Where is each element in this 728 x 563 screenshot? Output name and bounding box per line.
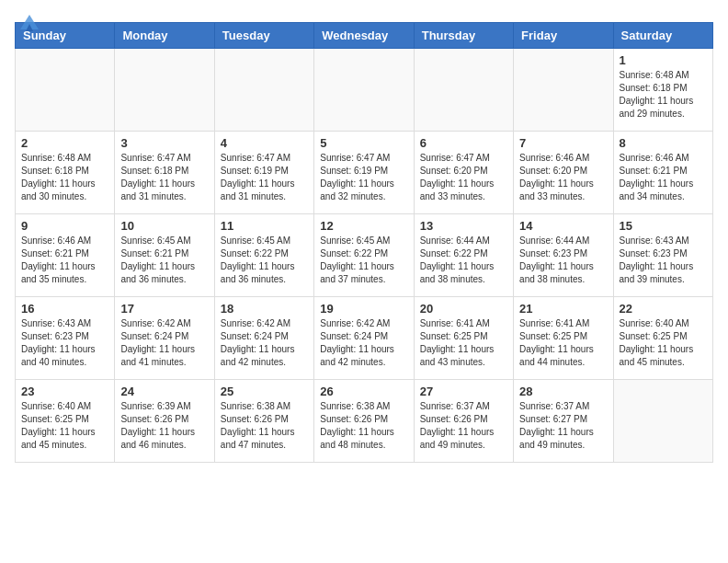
calendar-day-cell: 10Sunrise: 6:45 AM Sunset: 6:21 PM Dayli…: [115, 214, 214, 297]
calendar-week-row: 9Sunrise: 6:46 AM Sunset: 6:21 PM Daylig…: [16, 214, 713, 297]
day-info: Sunrise: 6:44 AM Sunset: 6:22 PM Dayligh…: [420, 235, 507, 286]
calendar-day-cell: 13Sunrise: 6:44 AM Sunset: 6:22 PM Dayli…: [414, 214, 513, 297]
calendar-table: SundayMondayTuesdayWednesdayThursdayFrid…: [15, 22, 713, 463]
calendar-day-cell: 2Sunrise: 6:48 AM Sunset: 6:18 PM Daylig…: [16, 132, 115, 214]
day-number: 19: [320, 302, 407, 316]
day-info: Sunrise: 6:48 AM Sunset: 6:18 PM Dayligh…: [620, 69, 707, 121]
calendar-day-cell: 5Sunrise: 6:47 AM Sunset: 6:19 PM Daylig…: [314, 132, 414, 214]
calendar-day-cell: 24Sunrise: 6:39 AM Sunset: 6:26 PM Dayli…: [115, 380, 214, 463]
day-number: 26: [320, 385, 407, 398]
calendar-week-row: 23Sunrise: 6:40 AM Sunset: 6:25 PM Dayli…: [16, 380, 713, 463]
calendar-day-cell: 18Sunrise: 6:42 AM Sunset: 6:24 PM Dayli…: [214, 297, 313, 380]
calendar-day-cell: 15Sunrise: 6:43 AM Sunset: 6:23 PM Dayli…: [613, 214, 712, 297]
day-number: 17: [120, 302, 208, 316]
day-number: 16: [21, 302, 108, 316]
calendar-day-cell: 4Sunrise: 6:47 AM Sunset: 6:19 PM Daylig…: [214, 132, 313, 214]
day-number: 13: [420, 219, 507, 233]
calendar-header-row: SundayMondayTuesdayWednesdayThursdayFrid…: [16, 23, 713, 49]
calendar-week-row: 16Sunrise: 6:43 AM Sunset: 6:23 PM Dayli…: [16, 297, 713, 380]
day-info: Sunrise: 6:47 AM Sunset: 6:19 PM Dayligh…: [320, 152, 407, 203]
day-number: 10: [120, 219, 208, 233]
day-info: Sunrise: 6:38 AM Sunset: 6:26 PM Dayligh…: [320, 400, 407, 452]
calendar-day-cell: 19Sunrise: 6:42 AM Sunset: 6:24 PM Dayli…: [314, 297, 414, 380]
day-info: Sunrise: 6:48 AM Sunset: 6:18 PM Dayligh…: [21, 152, 108, 203]
calendar-week-row: 2Sunrise: 6:48 AM Sunset: 6:18 PM Daylig…: [16, 132, 713, 214]
calendar-day-cell: 21Sunrise: 6:41 AM Sunset: 6:25 PM Dayli…: [514, 297, 613, 380]
weekday-header: Thursday: [414, 23, 513, 49]
day-number: 20: [420, 302, 507, 316]
day-info: Sunrise: 6:38 AM Sunset: 6:26 PM Dayligh…: [221, 400, 308, 452]
calendar-day-cell: [115, 49, 214, 132]
day-number: 18: [221, 302, 308, 316]
day-info: Sunrise: 6:40 AM Sunset: 6:25 PM Dayligh…: [21, 400, 108, 452]
day-number: 21: [519, 302, 607, 316]
day-number: 27: [420, 385, 507, 398]
day-info: Sunrise: 6:37 AM Sunset: 6:26 PM Dayligh…: [420, 400, 507, 452]
day-number: 4: [221, 136, 308, 150]
day-number: 7: [519, 136, 607, 150]
weekday-header: Wednesday: [314, 23, 414, 49]
weekday-header: Friday: [514, 23, 613, 49]
day-number: 5: [320, 136, 407, 150]
calendar-day-cell: 16Sunrise: 6:43 AM Sunset: 6:23 PM Dayli…: [16, 297, 115, 380]
day-number: 25: [221, 385, 308, 398]
day-info: Sunrise: 6:43 AM Sunset: 6:23 PM Dayligh…: [620, 235, 707, 286]
day-number: 12: [320, 219, 407, 233]
calendar-day-cell: 27Sunrise: 6:37 AM Sunset: 6:26 PM Dayli…: [414, 380, 513, 463]
day-info: Sunrise: 6:47 AM Sunset: 6:19 PM Dayligh…: [221, 152, 308, 203]
calendar-day-cell: 17Sunrise: 6:42 AM Sunset: 6:24 PM Dayli…: [115, 297, 214, 380]
weekday-header: Saturday: [613, 23, 712, 49]
day-info: Sunrise: 6:41 AM Sunset: 6:25 PM Dayligh…: [420, 317, 507, 369]
day-number: 28: [519, 385, 607, 398]
day-number: 2: [21, 136, 108, 150]
calendar-day-cell: 14Sunrise: 6:44 AM Sunset: 6:23 PM Dayli…: [514, 214, 613, 297]
calendar-day-cell: 22Sunrise: 6:40 AM Sunset: 6:25 PM Dayli…: [613, 297, 712, 380]
weekday-header: Tuesday: [214, 23, 313, 49]
calendar-day-cell: 12Sunrise: 6:45 AM Sunset: 6:22 PM Dayli…: [314, 214, 414, 297]
day-number: 3: [120, 136, 208, 150]
day-info: Sunrise: 6:45 AM Sunset: 6:22 PM Dayligh…: [320, 235, 407, 286]
day-info: Sunrise: 6:45 AM Sunset: 6:22 PM Dayligh…: [221, 235, 308, 286]
calendar-day-cell: 6Sunrise: 6:47 AM Sunset: 6:20 PM Daylig…: [414, 132, 513, 214]
calendar-day-cell: 23Sunrise: 6:40 AM Sunset: 6:25 PM Dayli…: [16, 380, 115, 463]
logo-icon: [17, 11, 42, 37]
day-info: Sunrise: 6:39 AM Sunset: 6:26 PM Dayligh…: [120, 400, 208, 452]
day-info: Sunrise: 6:45 AM Sunset: 6:21 PM Dayligh…: [120, 235, 208, 286]
day-number: 6: [420, 136, 507, 150]
calendar-day-cell: 25Sunrise: 6:38 AM Sunset: 6:26 PM Dayli…: [214, 380, 313, 463]
day-info: Sunrise: 6:42 AM Sunset: 6:24 PM Dayligh…: [221, 317, 308, 369]
day-number: 24: [120, 385, 208, 398]
calendar-day-cell: 3Sunrise: 6:47 AM Sunset: 6:18 PM Daylig…: [115, 132, 214, 214]
calendar-day-cell: [613, 380, 712, 463]
calendar-day-cell: [514, 49, 613, 132]
calendar-day-cell: 7Sunrise: 6:46 AM Sunset: 6:20 PM Daylig…: [514, 132, 613, 214]
day-number: 8: [620, 136, 707, 150]
calendar-day-cell: [414, 49, 513, 132]
calendar-day-cell: 9Sunrise: 6:46 AM Sunset: 6:21 PM Daylig…: [16, 214, 115, 297]
day-number: 9: [21, 219, 108, 233]
day-info: Sunrise: 6:47 AM Sunset: 6:18 PM Dayligh…: [120, 152, 208, 203]
day-number: 23: [21, 385, 108, 398]
calendar-day-cell: 1Sunrise: 6:48 AM Sunset: 6:18 PM Daylig…: [613, 49, 712, 132]
day-info: Sunrise: 6:42 AM Sunset: 6:24 PM Dayligh…: [320, 317, 407, 369]
calendar-week-row: 1Sunrise: 6:48 AM Sunset: 6:18 PM Daylig…: [16, 49, 713, 132]
calendar-day-cell: [314, 49, 414, 132]
day-info: Sunrise: 6:47 AM Sunset: 6:20 PM Dayligh…: [420, 152, 507, 203]
day-number: 15: [620, 219, 707, 233]
day-info: Sunrise: 6:40 AM Sunset: 6:25 PM Dayligh…: [620, 317, 707, 369]
calendar-day-cell: 8Sunrise: 6:46 AM Sunset: 6:21 PM Daylig…: [613, 132, 712, 214]
calendar-day-cell: 26Sunrise: 6:38 AM Sunset: 6:26 PM Dayli…: [314, 380, 414, 463]
calendar-day-cell: 11Sunrise: 6:45 AM Sunset: 6:22 PM Dayli…: [214, 214, 313, 297]
day-info: Sunrise: 6:46 AM Sunset: 6:21 PM Dayligh…: [620, 152, 707, 203]
day-info: Sunrise: 6:43 AM Sunset: 6:23 PM Dayligh…: [21, 317, 108, 369]
calendar-day-cell: [214, 49, 313, 132]
calendar-day-cell: 20Sunrise: 6:41 AM Sunset: 6:25 PM Dayli…: [414, 297, 513, 380]
day-info: Sunrise: 6:46 AM Sunset: 6:21 PM Dayligh…: [21, 235, 108, 286]
weekday-header: Monday: [115, 23, 214, 49]
calendar-day-cell: 28Sunrise: 6:37 AM Sunset: 6:27 PM Dayli…: [514, 380, 613, 463]
day-info: Sunrise: 6:41 AM Sunset: 6:25 PM Dayligh…: [519, 317, 607, 369]
day-info: Sunrise: 6:37 AM Sunset: 6:27 PM Dayligh…: [519, 400, 607, 452]
day-number: 11: [221, 219, 308, 233]
day-number: 14: [519, 219, 607, 233]
day-info: Sunrise: 6:42 AM Sunset: 6:24 PM Dayligh…: [120, 317, 208, 369]
